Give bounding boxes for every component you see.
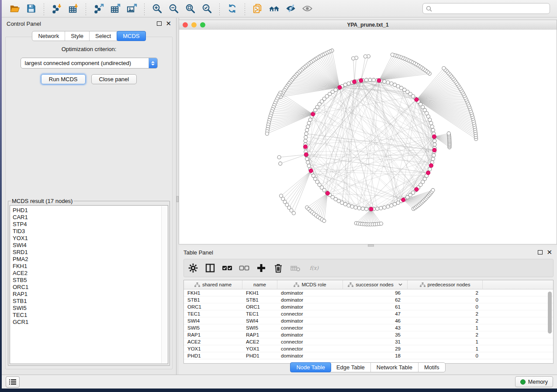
mcds-node-item[interactable]: ACE2 xyxy=(13,270,168,277)
table-row[interactable]: PHD1PHD1dominator180 xyxy=(184,352,553,359)
table-row[interactable]: FKH1FKH1dominator962 xyxy=(184,289,553,296)
add-column-icon[interactable] xyxy=(255,262,268,274)
tab-node-table[interactable]: Node Table xyxy=(290,362,331,372)
task-history-button[interactable] xyxy=(6,376,20,388)
table-row[interactable]: ORC1ORC1dominator610 xyxy=(184,303,553,310)
mcds-node-item[interactable]: SWI4 xyxy=(13,242,168,249)
cell-filler xyxy=(483,317,553,324)
table-row[interactable]: RAP1RAP1dominator352 xyxy=(184,331,553,338)
optimization-criterion-select[interactable]: largest connected component (undirected) xyxy=(21,58,158,69)
mcds-node-item[interactable]: FKH1 xyxy=(13,263,168,270)
column-header-successor-nodes[interactable]: successor nodes xyxy=(343,280,408,289)
status-bar: Memory xyxy=(2,375,557,389)
column-header-predecessor-nodes[interactable]: predecessor nodes xyxy=(408,280,483,289)
export-table-icon[interactable] xyxy=(108,2,121,15)
mcds-node-item[interactable]: TEC1 xyxy=(13,312,168,319)
run-mcds-button[interactable]: Run MCDS xyxy=(41,74,86,84)
split-panel-icon[interactable] xyxy=(204,262,217,274)
float-panel-icon[interactable] xyxy=(538,250,543,254)
mcds-node-item[interactable]: SRD1 xyxy=(13,249,168,256)
zoom-fit-icon[interactable] xyxy=(183,2,197,15)
export-image-icon[interactable] xyxy=(125,2,138,15)
cell-successor-nodes: 46 xyxy=(343,317,408,324)
mcds-node-item[interactable]: PHD1 xyxy=(13,207,168,214)
table-row[interactable]: TEC1TEC1connector472 xyxy=(184,310,553,317)
tab-mcds[interactable]: MCDS xyxy=(117,31,145,41)
column-header-mcds-role[interactable]: MCDS role xyxy=(277,280,343,289)
table-row[interactable]: YOX1YOX1connector291 xyxy=(184,345,553,352)
list-icon xyxy=(9,379,16,385)
close-panel-button[interactable]: Close panel xyxy=(91,74,137,84)
column-header-shared-name[interactable]: shared name xyxy=(184,280,242,289)
mcds-node-item[interactable]: TID3 xyxy=(13,228,168,235)
open-file-icon[interactable] xyxy=(8,2,21,15)
refresh-icon[interactable] xyxy=(225,2,239,15)
zoom-selected-icon[interactable] xyxy=(200,2,213,15)
table-scrollbar-thumb[interactable] xyxy=(548,292,552,334)
cell-name: RAP1 xyxy=(242,331,277,338)
mcds-node-item[interactable]: SWI5 xyxy=(13,305,168,312)
table-row[interactable]: ACE2ACE2connector311 xyxy=(184,338,553,345)
search-icon xyxy=(426,6,432,12)
table-row[interactable]: STB1STB1dominator620 xyxy=(184,296,553,303)
close-panel-icon[interactable]: ✕ xyxy=(166,21,171,27)
cell-predecessor-nodes: 1 xyxy=(408,338,483,345)
show-all-icon[interactable] xyxy=(301,2,314,15)
select-all-rows-icon[interactable] xyxy=(221,262,234,274)
network-window-title: YPA_prune.txt_1 xyxy=(179,22,557,28)
zoom-out-icon[interactable] xyxy=(167,2,180,15)
cytoscape-window: Control Panel ✕ NetworkStyleSelectMCDS O… xyxy=(2,0,557,389)
delete-column-icon[interactable] xyxy=(272,262,285,274)
deselect-all-rows-icon[interactable] xyxy=(238,262,251,274)
chevron-down-icon xyxy=(398,283,402,286)
mcds-node-item[interactable]: STB5 xyxy=(13,277,168,284)
memory-button[interactable]: Memory xyxy=(515,376,553,387)
cell-predecessor-nodes: 2 xyxy=(408,317,483,324)
table-row[interactable]: SWI5SWI5connector431 xyxy=(184,324,553,331)
save-session-icon[interactable] xyxy=(24,2,38,15)
tab-network[interactable]: Network xyxy=(32,31,65,41)
delete-table-icon xyxy=(289,262,302,274)
cell-shared-name: SWI5 xyxy=(184,324,242,331)
mcds-node-item[interactable]: GCR1 xyxy=(13,319,168,326)
network-graph[interactable] xyxy=(179,30,557,244)
mcds-node-item[interactable]: RAP1 xyxy=(13,291,168,298)
mcds-node-item[interactable]: PMA2 xyxy=(13,256,168,263)
float-panel-icon[interactable] xyxy=(157,21,162,26)
mcds-node-item[interactable]: STP4 xyxy=(13,221,168,228)
table-row[interactable]: SWI4SWI4dominator462 xyxy=(184,317,553,324)
mcds-node-item[interactable]: STB1 xyxy=(13,298,168,305)
tab-select[interactable]: Select xyxy=(90,31,117,41)
tab-network-table[interactable]: Network Table xyxy=(371,363,419,372)
clone-network-icon[interactable] xyxy=(251,2,264,15)
list-scrollbar[interactable] xyxy=(161,206,167,363)
import-network-icon[interactable] xyxy=(50,2,63,15)
tab-edge-table[interactable]: Edge Table xyxy=(331,363,371,372)
table-settings-icon[interactable] xyxy=(187,262,200,274)
tab-motifs[interactable]: Motifs xyxy=(419,363,445,372)
control-panel-title: Control Panel xyxy=(7,21,41,27)
column-header-name[interactable]: name xyxy=(242,280,277,289)
cell-predecessor-nodes: 0 xyxy=(408,303,483,310)
mcds-result-list[interactable]: PHD1CAR1STP4TID3YOX1SWI4SRD1PMA2FKH1ACE2… xyxy=(10,205,168,364)
mcds-node-item[interactable]: CAR1 xyxy=(13,214,168,221)
network-canvas[interactable] xyxy=(179,30,557,244)
column-label: shared name xyxy=(202,282,232,287)
tab-style[interactable]: Style xyxy=(65,31,90,41)
import-table-icon[interactable] xyxy=(66,2,80,15)
memory-label: Memory xyxy=(528,379,548,385)
toolbar-separator xyxy=(85,2,86,15)
cell-name: ORC1 xyxy=(242,303,277,310)
cell-mcds-role: dominator xyxy=(277,317,343,324)
zoom-in-icon[interactable] xyxy=(150,2,163,15)
search-input[interactable] xyxy=(434,5,547,12)
column-label: predecessor nodes xyxy=(428,282,471,287)
cell-shared-name: STB1 xyxy=(184,296,242,303)
mcds-node-item[interactable]: YOX1 xyxy=(13,235,168,242)
export-network-icon[interactable] xyxy=(92,2,105,15)
mcds-node-item[interactable]: ORC1 xyxy=(13,284,168,291)
close-panel-icon[interactable]: ✕ xyxy=(547,249,552,256)
first-neighbors-icon[interactable] xyxy=(267,2,280,15)
hide-selected-icon[interactable] xyxy=(284,2,297,15)
tree-icon xyxy=(348,282,353,287)
